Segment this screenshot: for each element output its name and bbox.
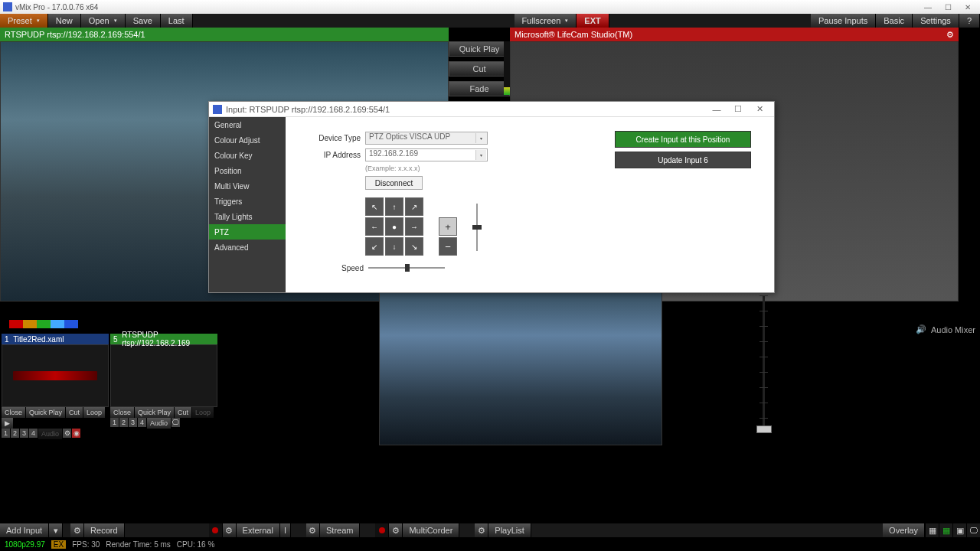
thumb-header[interactable]: 5 RTSPUDP rtsp://192.168.2.169 bbox=[110, 334, 217, 344]
device-type-dropdown[interactable]: PTZ Optics VISCA UDP ▾ bbox=[365, 132, 488, 145]
disconnect-button[interactable]: Disconnect bbox=[365, 176, 423, 190]
thumb-overlay-1[interactable]: 1 bbox=[110, 418, 119, 427]
thumb-overlay-2[interactable]: 2 bbox=[119, 418, 129, 427]
thumb-header[interactable]: 1 Title2Red.xaml bbox=[2, 334, 109, 344]
help-button[interactable]: ? bbox=[959, 14, 980, 28]
add-input-button[interactable]: Add Input bbox=[0, 523, 49, 537]
update-input-button[interactable]: Update Input 6 bbox=[615, 152, 751, 168]
thumb-close-button[interactable]: Close bbox=[110, 407, 135, 418]
thumb-monitor-icon[interactable]: 🖵 bbox=[172, 418, 181, 427]
thumb-cut-button[interactable]: Cut bbox=[175, 407, 192, 418]
master-fader[interactable] bbox=[756, 295, 772, 433]
stream-button[interactable]: Stream bbox=[320, 523, 360, 537]
thumb-audio-button[interactable]: Audio bbox=[147, 418, 172, 429]
tab-multiview[interactable]: Multi View bbox=[209, 178, 286, 194]
external-button[interactable]: External bbox=[237, 523, 280, 537]
ptz-right-button[interactable]: → bbox=[405, 217, 423, 236]
cut-button[interactable]: Cut bbox=[449, 61, 510, 77]
settings-gear-icon[interactable]: ⚙ bbox=[70, 523, 84, 537]
ptz-left-button[interactable]: ← bbox=[365, 217, 384, 236]
layout-monitor-icon[interactable]: 🖵 bbox=[966, 523, 980, 537]
swatch-green[interactable] bbox=[37, 320, 51, 328]
ptz-up-button[interactable]: ↑ bbox=[385, 197, 403, 216]
record-button[interactable]: Record bbox=[84, 523, 124, 537]
ptz-up-right-button[interactable]: ↗ bbox=[405, 197, 423, 216]
tab-colour-adjust[interactable]: Colour Adjust bbox=[209, 132, 286, 148]
playlist-button[interactable]: PlayList bbox=[488, 523, 531, 537]
ptz-down-left-button[interactable]: ↙ bbox=[365, 237, 384, 256]
ptz-down-button[interactable]: ↓ bbox=[385, 237, 403, 256]
audio-mixer-toggle[interactable]: 🔊 Audio Mixer bbox=[916, 324, 975, 334]
preset-button[interactable]: Preset▾ bbox=[0, 14, 48, 28]
tab-colour-key[interactable]: Colour Key bbox=[209, 148, 286, 163]
multicorder-gear-icon[interactable]: ⚙ bbox=[389, 523, 403, 537]
window-minimize-button[interactable]: — bbox=[919, 2, 937, 12]
save-button[interactable]: Save bbox=[126, 14, 161, 28]
zoom-slider[interactable] bbox=[472, 204, 482, 251]
external-info-button[interactable]: I bbox=[280, 523, 291, 537]
window-maximize-button[interactable]: ☐ bbox=[939, 2, 957, 12]
playlist-gear-icon[interactable]: ⚙ bbox=[475, 523, 488, 537]
stream-gear-icon[interactable]: ⚙ bbox=[306, 523, 320, 537]
thumb-overlay-1[interactable]: 1 bbox=[2, 429, 11, 438]
thumb-overlay-4[interactable]: 4 bbox=[29, 429, 38, 438]
thumb-overlay-3[interactable]: 3 bbox=[20, 429, 29, 438]
add-input-caret-icon[interactable]: ▾ bbox=[49, 523, 63, 537]
zoom-out-button[interactable]: − bbox=[439, 237, 457, 256]
thumb-quickplay-button[interactable]: Quick Play bbox=[135, 407, 175, 418]
thumb-cut-button[interactable]: Cut bbox=[66, 407, 83, 418]
tab-position[interactable]: Position bbox=[209, 163, 286, 178]
tab-tally[interactable]: Tally Lights bbox=[209, 209, 286, 224]
ptz-up-left-button[interactable]: ↖ bbox=[365, 197, 384, 216]
basic-button[interactable]: Basic bbox=[876, 14, 913, 28]
program-settings-gear-icon[interactable]: ⚙ bbox=[946, 28, 954, 41]
layout-grid-icon[interactable]: ▦ bbox=[925, 523, 939, 537]
swatch-cyan[interactable] bbox=[51, 320, 64, 328]
external-indicator[interactable] bbox=[209, 523, 223, 537]
ext-button[interactable]: EXT bbox=[577, 14, 609, 28]
tab-general[interactable]: General bbox=[209, 117, 286, 132]
tab-advanced[interactable]: Advanced bbox=[209, 240, 286, 255]
fullscreen-button[interactable]: Fullscreen▾ bbox=[514, 14, 577, 28]
thumb-overlay-4[interactable]: 4 bbox=[138, 418, 147, 427]
new-button[interactable]: New bbox=[48, 14, 81, 28]
thumb-preview[interactable] bbox=[110, 344, 217, 407]
window-close-button[interactable]: ✕ bbox=[959, 2, 977, 12]
swatch-blue[interactable] bbox=[64, 320, 78, 328]
thumb-overlay-3[interactable]: 3 bbox=[129, 418, 138, 427]
speed-slider[interactable] bbox=[368, 262, 445, 274]
thumb-loop-button[interactable]: Loop bbox=[192, 407, 214, 418]
thumb-quickplay-button[interactable]: Quick Play bbox=[26, 407, 66, 418]
thumb-gear-icon[interactable]: ⚙ bbox=[63, 429, 72, 438]
multicorder-button[interactable]: MultiCorder bbox=[403, 523, 459, 537]
multicorder-indicator[interactable] bbox=[375, 523, 389, 537]
external-gear-icon[interactable]: ⚙ bbox=[223, 523, 237, 537]
thumb-audio-button[interactable]: Audio bbox=[38, 429, 63, 439]
dialog-minimize-button[interactable]: — bbox=[706, 103, 727, 116]
settings-button[interactable]: Settings bbox=[913, 14, 959, 28]
thumb-overlay-2[interactable]: 2 bbox=[11, 429, 20, 438]
dialog-maximize-button[interactable]: ☐ bbox=[727, 103, 749, 116]
open-button[interactable]: Open▾ bbox=[81, 14, 126, 28]
quick-play-button[interactable]: Quick Play bbox=[449, 41, 510, 57]
ptz-home-button[interactable]: ● bbox=[385, 217, 403, 236]
tab-triggers[interactable]: Triggers bbox=[209, 194, 286, 209]
swatch-orange[interactable] bbox=[23, 320, 37, 328]
create-input-button[interactable]: Create Input at this Position bbox=[615, 131, 751, 148]
thumb-preview[interactable] bbox=[2, 344, 109, 407]
dialog-close-button[interactable]: ✕ bbox=[749, 103, 770, 116]
thumb-play-icon[interactable]: ▶ bbox=[2, 418, 14, 429]
thumb-preview-icon[interactable]: ◉ bbox=[72, 429, 81, 438]
swatch-red[interactable] bbox=[9, 320, 23, 328]
ptz-down-right-button[interactable]: ↘ bbox=[405, 237, 423, 256]
tab-ptz[interactable]: PTZ bbox=[209, 224, 286, 240]
fade-button[interactable]: Fade bbox=[449, 81, 510, 96]
ip-address-input[interactable]: 192.168.2.169 ▾ bbox=[365, 148, 488, 161]
zoom-in-button[interactable]: + bbox=[439, 217, 457, 236]
layout-grid2-icon[interactable]: ▦ bbox=[939, 523, 952, 537]
overlay-button[interactable]: Overlay bbox=[883, 523, 925, 537]
fader-handle[interactable] bbox=[756, 425, 772, 433]
last-button[interactable]: Last bbox=[161, 14, 193, 28]
thumb-close-button[interactable]: Close bbox=[2, 407, 26, 418]
layout-box-icon[interactable]: ▣ bbox=[952, 523, 966, 537]
